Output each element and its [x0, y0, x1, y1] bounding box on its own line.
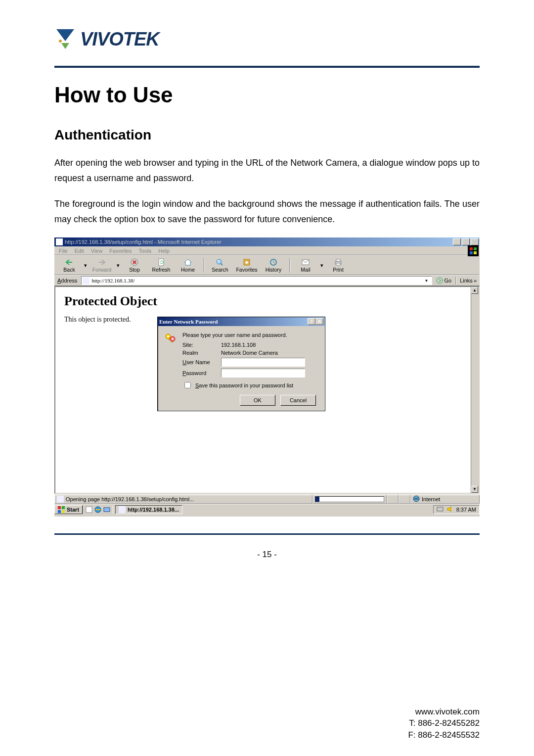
svg-rect-3: [470, 247, 473, 250]
content-heading: Protected Object: [64, 294, 470, 309]
section-heading: Authentication: [54, 127, 480, 143]
svg-rect-4: [474, 247, 477, 250]
svg-rect-28: [58, 510, 61, 513]
home-button[interactable]: Home: [176, 256, 200, 275]
back-button[interactable]: Back: [57, 256, 81, 275]
browser-content: Protected Object This object is protecte…: [54, 286, 480, 494]
back-arrow-icon: [65, 258, 73, 267]
tray-clock: 8:37 AM: [456, 507, 476, 513]
back-dropdown-icon[interactable]: ▾: [84, 262, 87, 269]
history-button[interactable]: History: [262, 256, 285, 275]
taskbar: Start http://192.168.1.38... 8:37 AM: [54, 504, 480, 515]
taskbar-item[interactable]: http://192.168.1.38...: [115, 505, 182, 514]
favorites-button[interactable]: Favorites: [235, 256, 259, 275]
toolbar: Back ▾ Forward ▾ Stop Refresh Home: [54, 255, 480, 275]
menu-file[interactable]: File: [55, 248, 71, 254]
scroll-down-icon[interactable]: ▼: [471, 486, 478, 493]
ie-window: http://192.168.1.38/setup/config.html - …: [54, 237, 480, 517]
divider: [54, 66, 480, 68]
svg-rect-32: [104, 508, 110, 512]
dialog-close-button[interactable]: ✕: [315, 318, 323, 325]
forward-dropdown-icon[interactable]: ▾: [117, 262, 120, 269]
progress-cell: [312, 495, 387, 504]
start-button[interactable]: Start: [54, 505, 83, 514]
save-password-label: Save this password in your password list: [195, 382, 293, 388]
print-button[interactable]: Print: [326, 256, 350, 275]
quicklaunch-ie-icon[interactable]: [94, 506, 102, 514]
menu-tools[interactable]: Tools: [135, 248, 155, 254]
scroll-up-icon[interactable]: ▲: [471, 287, 478, 294]
svg-rect-26: [58, 506, 61, 509]
forward-button[interactable]: Forward: [90, 256, 114, 275]
menu-edit[interactable]: Edit: [71, 248, 88, 254]
tray-icon[interactable]: [437, 506, 444, 514]
address-bar: Address ▼ Go Links»: [54, 275, 480, 286]
mail-button[interactable]: Mail: [294, 256, 317, 275]
mail-dropdown-icon[interactable]: ▾: [320, 262, 323, 269]
tray-volume-icon[interactable]: [446, 506, 453, 514]
realm-value: Network Dome Camera: [221, 350, 278, 356]
footer-fax: F: 886-2-82455532: [408, 729, 480, 741]
dialog-titlebar: Enter Network Password ? ✕: [158, 317, 325, 326]
password-input[interactable]: [221, 369, 305, 378]
dialog-help-button[interactable]: ?: [308, 318, 315, 325]
paragraph: After opening the web browser and typing…: [54, 155, 480, 186]
address-dropdown-icon[interactable]: ▼: [423, 279, 431, 283]
svg-rect-29: [62, 510, 65, 513]
ok-button[interactable]: OK: [240, 395, 275, 406]
quicklaunch-icon[interactable]: [103, 506, 111, 514]
dialog-prompt: Please type your user name and password.: [182, 332, 319, 338]
menu-favorites[interactable]: Favorites: [106, 248, 135, 254]
menu-view[interactable]: View: [88, 248, 106, 254]
quicklaunch-icon[interactable]: [85, 506, 93, 514]
history-icon: [269, 258, 278, 267]
svg-rect-30: [86, 507, 92, 513]
svg-rect-27: [62, 506, 65, 509]
maximize-button[interactable]: ❐: [462, 238, 470, 245]
footer: www.vivotek.com T: 886-2-82455282 F: 886…: [408, 706, 480, 741]
links-button[interactable]: Links»: [458, 278, 479, 284]
site-value: 192.168.1.108: [221, 342, 256, 348]
username-label: User Name: [182, 359, 217, 365]
svg-point-24: [172, 338, 174, 340]
address-input[interactable]: [90, 277, 421, 284]
realm-label: Realm: [182, 350, 217, 356]
quicklaunch: [83, 506, 113, 514]
vertical-scrollbar[interactable]: ▲ ▼: [471, 287, 479, 493]
page-number: - 15 -: [54, 550, 480, 560]
minimize-button[interactable]: _: [453, 238, 461, 245]
cancel-button[interactable]: Cancel: [280, 395, 316, 406]
address-input-wrap[interactable]: ▼: [81, 276, 432, 285]
close-button[interactable]: ✕: [471, 238, 479, 245]
site-label: Site:: [182, 342, 217, 348]
windows-logo-icon: [468, 245, 479, 256]
svg-line-11: [221, 263, 222, 265]
logo-mark-icon: [54, 27, 76, 51]
menu-help[interactable]: Help: [155, 248, 173, 254]
auth-dialog: Enter Network Password ? ✕ Please type y…: [157, 317, 325, 411]
globe-icon: [413, 495, 420, 503]
footer-url: www.vivotek.com: [408, 706, 480, 718]
logo-text: VIVOTEK: [80, 29, 159, 50]
window-titlebar: http://192.168.1.38/setup/config.html - …: [54, 237, 480, 246]
search-button[interactable]: Search: [208, 256, 232, 275]
save-password-checkbox[interactable]: [184, 382, 191, 388]
ie-page-icon: [57, 496, 64, 503]
stop-icon: [131, 258, 138, 267]
ie-icon: [56, 238, 63, 245]
username-input[interactable]: [221, 358, 305, 367]
keys-icon: [164, 332, 178, 346]
paragraph: The foreground is the login window and t…: [54, 196, 480, 227]
password-label: Password: [182, 370, 217, 376]
divider: [54, 533, 480, 535]
go-button[interactable]: Go: [434, 277, 454, 284]
search-icon: [216, 258, 224, 267]
refresh-icon: [157, 258, 165, 267]
mail-icon: [301, 258, 310, 267]
stop-button[interactable]: Stop: [123, 256, 146, 275]
logo: VIVOTEK: [54, 27, 480, 51]
page-title: How to Use: [54, 83, 480, 107]
svg-point-21: [167, 335, 169, 337]
refresh-button[interactable]: Refresh: [149, 256, 173, 275]
window-title: http://192.168.1.38/setup/config.html - …: [65, 237, 222, 246]
